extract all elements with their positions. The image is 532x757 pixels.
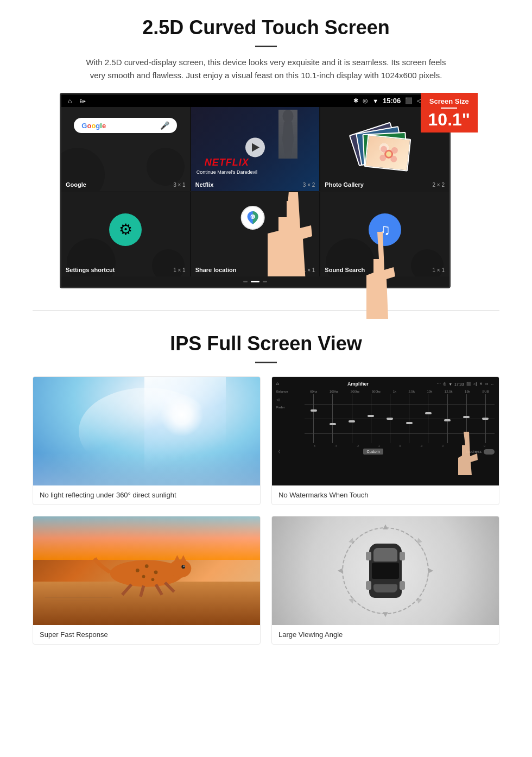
sunlight-image: [33, 377, 260, 485]
eq-top-labels: 60hz 100hz 200hz 500hz 1k 2.5k 10k 12.5k…: [305, 390, 495, 393]
amp-touch-hand: [450, 432, 483, 477]
motion-line-1: [45, 597, 112, 598]
ips-screen-section: IPS Full Screen View No light reflecting…: [0, 327, 532, 655]
section2-title: IPS Full Screen View: [33, 332, 499, 355]
netflix-logo: NETFLIX: [197, 157, 257, 168]
amplifier-caption: No Watermarks When Touch: [272, 485, 499, 504]
status-time: 15:06: [383, 97, 401, 105]
image-grid: No light reflecting under 360° direct su…: [33, 376, 499, 645]
eq-slider-5[interactable]: [381, 394, 399, 443]
svg-marker-13: [180, 555, 186, 561]
eq-side-labels: Balance ◁) Fader: [276, 390, 303, 447]
camera-icon: ⬛: [405, 97, 413, 104]
cheetah-image: [33, 516, 260, 625]
mic-icon: 🎤: [160, 121, 169, 130]
netflix-label-row: Netflix 3 × 2: [195, 181, 315, 188]
car-caption: Large Viewing Angle: [272, 625, 499, 644]
settings-app-size: 1 × 1: [173, 267, 186, 273]
badge-divider: [441, 108, 457, 109]
wifi-icon: ▼: [372, 98, 378, 104]
badge-size: 10.1": [428, 111, 470, 128]
light-streak: [79, 388, 215, 475]
status-bar: ⌂ ⌲ ✱ ◎ ▼ 15:06 ⬛ ◁) ✕ ▭: [61, 94, 449, 107]
app-grid-row1: Google 🎤 Google 3 × 1: [61, 107, 449, 191]
location-icon: ◎: [363, 97, 368, 104]
car-roof: [372, 563, 399, 579]
bluetooth-icon: ✱: [353, 97, 358, 104]
eq-slider-6[interactable]: [400, 394, 418, 443]
svg-point-21: [142, 575, 145, 578]
status-left: ⌂ ⌲: [68, 97, 86, 105]
touch-hand: [257, 192, 319, 276]
photo-card-flower: [364, 134, 411, 171]
title-divider: [255, 46, 277, 47]
section1-title: 2.5D Curved Touch Screen: [33, 16, 499, 39]
eq-slider-4[interactable]: [362, 394, 380, 443]
screen-size-badge: Screen Size 10.1": [421, 93, 478, 133]
settings-label-row: Settings shortcut 1 × 1: [66, 267, 186, 273]
svg-marker-1: [282, 122, 294, 159]
google-app-size: 3 × 1: [173, 182, 186, 188]
settings-app-name: Settings shortcut: [66, 267, 115, 273]
settings-icon: ⚙: [109, 213, 142, 246]
photo-app-name: Photo Gallery: [325, 181, 364, 188]
car-circle: [342, 527, 429, 614]
badge-label: Screen Size: [428, 97, 470, 105]
svg-point-22: [151, 578, 154, 581]
share-app-name: Share location: [195, 267, 237, 273]
car-body: [369, 544, 402, 598]
amp-header: ⌂ Amplifier ⋯ ◎ ▼ 17:33 ⬛ ◁) ✕ ▭ ←: [276, 381, 495, 387]
curved-screen-section: 2.5D Curved Touch Screen With 2.5D curve…: [0, 0, 532, 294]
decor-circle-2: [147, 148, 185, 186]
extended-touch-hand: [353, 232, 407, 321]
device-wrapper: Screen Size 10.1" ⌂ ⌲ ✱ ◎ ▼ 15:06 ⬛ ◁): [60, 93, 472, 288]
cheetah-card: Super Fast Response: [33, 516, 261, 645]
netflix-app-name: Netflix: [195, 181, 214, 188]
car-top-view: [272, 516, 499, 625]
amplifier-card: ⌂ Amplifier ⋯ ◎ ▼ 17:33 ⬛ ◁) ✕ ▭ ←: [271, 376, 499, 505]
svg-point-3: [380, 146, 387, 153]
share-location-cell[interactable]: G Share location 1 × 1: [191, 192, 320, 276]
car-windshield: [373, 548, 397, 562]
netflix-subtitle: Continue Marvel's Daredevil: [197, 169, 257, 175]
settings-cell[interactable]: ⚙ Settings shortcut 1 × 1: [61, 192, 190, 276]
svg-line-14: [122, 584, 131, 595]
google-search-bar[interactable]: Google 🎤: [74, 118, 177, 133]
google-app-name: Google: [66, 181, 86, 188]
sunlight-caption: No light reflecting under 360° direct su…: [33, 485, 260, 504]
svg-point-11: [169, 559, 192, 578]
eq-slider-1[interactable]: [305, 394, 322, 443]
google-label-row: Google 3 × 1: [66, 181, 186, 188]
google-app-cell[interactable]: Google 🎤 Google 3 × 1: [61, 107, 190, 191]
netflix-play-button[interactable]: [245, 137, 265, 157]
section1-description: With 2.5D curved-display screen, this de…: [81, 56, 451, 82]
photo-label-row: Photo Gallery 2 × 2: [325, 181, 445, 188]
pagination-dot-1: [243, 281, 248, 282]
svg-text:G: G: [251, 215, 255, 219]
motion-line-2: [51, 601, 97, 601]
amp-home-icon: ⌂: [276, 381, 279, 387]
amp-title: Amplifier: [347, 381, 369, 387]
car-wheel-front-left: [366, 552, 371, 560]
car-wheel-rear-right: [400, 581, 405, 590]
amp-nav: 《: [276, 449, 280, 455]
sunlight-background: [33, 377, 260, 485]
eq-slider-3[interactable]: [343, 394, 360, 443]
svg-point-23: [181, 565, 185, 569]
amp-custom-button[interactable]: Custom: [363, 449, 383, 455]
svg-point-24: [183, 565, 184, 566]
svg-point-19: [145, 564, 149, 568]
car-image: [272, 516, 499, 625]
sound-app-size: 1 × 1: [432, 267, 445, 273]
svg-point-18: [136, 569, 140, 572]
eq-slider-2[interactable]: [324, 394, 341, 443]
netflix-branding: NETFLIX Continue Marvel's Daredevil: [197, 157, 257, 175]
amplifier-image: ⌂ Amplifier ⋯ ◎ ▼ 17:33 ⬛ ◁) ✕ ▭ ←: [272, 377, 499, 485]
amp-screen: ⌂ Amplifier ⋯ ◎ ▼ 17:33 ⬛ ◁) ✕ ▭ ←: [272, 377, 499, 485]
svg-marker-12: [174, 555, 180, 561]
eq-slider-7[interactable]: [419, 394, 437, 443]
loudness-toggle[interactable]: [484, 449, 495, 455]
usb-icon: ⌲: [79, 97, 86, 105]
netflix-app-cell[interactable]: NETFLIX Continue Marvel's Daredevil Netf…: [191, 107, 320, 191]
cheetah-svg: [56, 549, 237, 598]
